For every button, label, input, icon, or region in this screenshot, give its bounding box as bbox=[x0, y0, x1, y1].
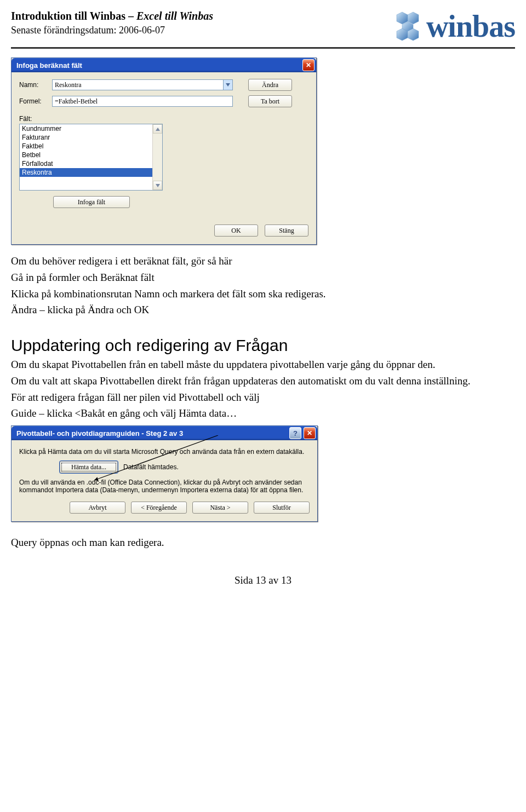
help-icon[interactable]: ? bbox=[289, 427, 301, 439]
list-item-selected[interactable]: Reskontra bbox=[20, 168, 162, 177]
dialog-paragraph: Klicka på Hämta data om du vill starta M… bbox=[19, 448, 310, 456]
header-rule bbox=[11, 47, 515, 49]
paragraph: Om du valt att skapa Pivottabellen direk… bbox=[11, 375, 515, 388]
fetch-data-button[interactable]: Hämta data... bbox=[60, 461, 118, 473]
svg-marker-3 bbox=[397, 28, 408, 41]
insert-field-button[interactable]: Infoga fält bbox=[53, 196, 130, 208]
previous-button[interactable]: < Föregående bbox=[131, 502, 187, 514]
fields-label: Fält: bbox=[19, 115, 308, 123]
name-input[interactable] bbox=[52, 79, 223, 90]
section-heading: Uppdatering och redigering av Frågan bbox=[11, 336, 515, 355]
finish-button[interactable]: Slutför bbox=[254, 502, 310, 514]
titlebar-text: Infoga beräknat fält bbox=[13, 61, 302, 70]
svg-marker-5 bbox=[226, 83, 230, 87]
logo: winbas bbox=[391, 9, 515, 44]
paragraph: Guide – klicka <Bakåt en gång och välj H… bbox=[11, 407, 515, 420]
next-button[interactable]: Nästa > bbox=[192, 502, 248, 514]
list-item[interactable]: Kundnummer bbox=[20, 124, 162, 133]
paragraph: Ändra – klicka på Ändra och OK bbox=[11, 303, 515, 316]
dialog-paragraph: Om du vill använda en .odc-fil (Office D… bbox=[19, 479, 310, 494]
dialog-insert-calculated-field: Infoga beräknat fält ✕ Namn: Ändra Forme… bbox=[11, 57, 317, 245]
paragraph: För att redigera frågan fäll ner pilen v… bbox=[11, 391, 515, 404]
name-label: Namn: bbox=[19, 81, 47, 89]
ok-button[interactable]: OK bbox=[214, 224, 258, 237]
chevron-down-icon[interactable] bbox=[223, 79, 233, 90]
title-italic: Excel till Winbas bbox=[136, 10, 213, 22]
svg-marker-6 bbox=[156, 128, 160, 131]
list-item[interactable]: Faktbel bbox=[20, 142, 162, 151]
paragraph: Klicka på kombinationsrutan Namn och mar… bbox=[11, 287, 515, 301]
svg-marker-7 bbox=[156, 184, 160, 187]
close-icon[interactable]: ✕ bbox=[304, 427, 316, 439]
close-icon[interactable]: ✕ bbox=[302, 59, 315, 71]
name-combobox[interactable] bbox=[52, 79, 233, 90]
formula-input[interactable] bbox=[52, 96, 233, 107]
paragraph: Om du behöver redigera i ett beräknat fä… bbox=[11, 255, 515, 268]
page-footer: Sida 13 av 13 bbox=[11, 574, 515, 586]
paragraph: Query öppnas och man kan redigera. bbox=[11, 536, 515, 549]
scroll-down-icon[interactable] bbox=[153, 181, 162, 190]
scrollbar[interactable] bbox=[152, 124, 162, 190]
fetch-status: Datafält hämtades. bbox=[123, 463, 179, 471]
titlebar[interactable]: Infoga beräknat fält ✕ bbox=[12, 58, 316, 72]
logo-icon bbox=[391, 10, 424, 43]
title-bold: Introduktion till Winbas – bbox=[11, 10, 136, 22]
list-item[interactable]: Betbel bbox=[20, 151, 162, 159]
svg-marker-4 bbox=[408, 28, 419, 41]
paragraph: Gå in på formler och Beräknat fält bbox=[11, 271, 515, 284]
dialog-pivot-wizard: Pivottabell- och pivotdiagramguiden - St… bbox=[11, 425, 318, 522]
logo-text: winbas bbox=[426, 9, 515, 44]
svg-marker-1 bbox=[408, 12, 419, 24]
change-button[interactable]: Ändra bbox=[248, 79, 292, 91]
change-date: Senaste förändringsdatum: 2006-06-07 bbox=[11, 24, 213, 37]
delete-button[interactable]: Ta bort bbox=[248, 95, 292, 107]
formula-label: Formel: bbox=[19, 97, 47, 105]
fields-listbox[interactable]: Kundnummer Fakturanr Faktbel Betbel Förf… bbox=[19, 124, 163, 191]
list-item[interactable]: Fakturanr bbox=[20, 133, 162, 142]
scroll-up-icon[interactable] bbox=[153, 124, 162, 134]
close-button[interactable]: Stäng bbox=[265, 224, 308, 237]
cancel-button[interactable]: Avbryt bbox=[70, 502, 125, 514]
paragraph: Om du skapat Pivottabellen från en tabel… bbox=[11, 358, 515, 371]
titlebar[interactable]: Pivottabell- och pivotdiagramguiden - St… bbox=[12, 426, 317, 440]
page-title: Introduktion till Winbas – Excel till Wi… bbox=[11, 9, 213, 23]
titlebar-text: Pivottabell- och pivotdiagramguiden - St… bbox=[13, 429, 289, 437]
list-item[interactable]: Förfallodat bbox=[20, 159, 162, 168]
svg-marker-0 bbox=[397, 12, 408, 24]
